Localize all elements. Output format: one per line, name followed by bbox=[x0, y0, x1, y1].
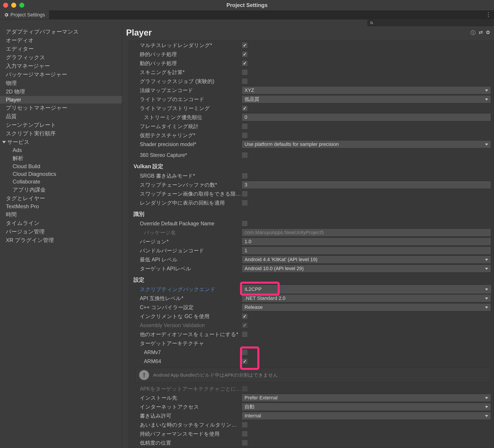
search-input[interactable] bbox=[368, 20, 494, 26]
tab-project-settings[interactable]: Project Settings bbox=[0, 10, 49, 19]
scripting-backend-dropdown[interactable]: IL2CPP bbox=[242, 285, 491, 293]
search-icon bbox=[370, 21, 373, 25]
toolbar bbox=[0, 19, 494, 26]
multithreaded-checkbox[interactable] bbox=[242, 42, 248, 48]
svg-line-1 bbox=[372, 24, 373, 24]
sidebar-item-versioncontrol[interactable]: バージョン管理 bbox=[0, 227, 122, 236]
page-title: Player bbox=[126, 28, 470, 37]
swapchain-buffers-field[interactable]: 3 bbox=[242, 181, 491, 189]
streaming-priority-field[interactable]: 0 bbox=[242, 113, 491, 121]
compute-skinning-checkbox[interactable] bbox=[242, 69, 248, 75]
minapi-dropdown[interactable]: Android 4.4 'KitKat' (API level 19) bbox=[242, 255, 491, 264]
lowacc-checkbox[interactable] bbox=[242, 440, 248, 446]
pkgname-field: com.MaruyuApps.NewUnityProject5 bbox=[242, 229, 491, 237]
sidebar-item-player[interactable]: Player bbox=[0, 96, 122, 104]
stereo360-checkbox[interactable] bbox=[242, 152, 248, 158]
shaderprecision-label: Shader precision model* bbox=[134, 141, 242, 147]
sidebar-item-scriptorder[interactable]: スクリプト実行順序 bbox=[0, 129, 122, 138]
sidebar-item-tmp[interactable]: TextMesh Pro bbox=[0, 203, 122, 210]
appbundle-info: ! Android App Bundleのビルド中はAPKの分割はできません bbox=[135, 368, 491, 383]
sidebar-item-timeline[interactable]: タイムライン bbox=[0, 219, 122, 227]
cppcompiler-dropdown[interactable]: Release bbox=[242, 303, 491, 311]
bundlecode-label: バンドルバージョンコード bbox=[134, 247, 242, 254]
graphics-jobs-checkbox[interactable] bbox=[242, 78, 248, 85]
window-title: Project Settings bbox=[226, 2, 268, 8]
sidebar: アダプティブパフォーマンス オーディオ エディター グラフィックス 入力マネージ… bbox=[0, 26, 122, 448]
assembly-validation-label: Assembly Version Validation bbox=[134, 322, 242, 328]
splitapks-checkbox bbox=[242, 386, 248, 392]
stereo360-label: 360 Stereo Capture* bbox=[134, 152, 242, 158]
arm64-checkbox[interactable] bbox=[242, 358, 248, 364]
bundlecode-field[interactable]: 1 bbox=[242, 246, 491, 254]
version-field[interactable]: 1.0 bbox=[242, 238, 491, 246]
close-icon[interactable] bbox=[3, 3, 8, 8]
settings-panel[interactable]: マルチスレッドレンダリング* 静的バッチ処理 動的バッチ処理 スキニングを計算*… bbox=[129, 40, 494, 448]
sidebar-item-clouddiag[interactable]: Cloud Diagnostics bbox=[0, 170, 122, 178]
sidebar-item-ads[interactable]: Ads bbox=[0, 146, 122, 154]
muteother-checkbox[interactable] bbox=[242, 331, 248, 338]
streaming-priority-label: ストリーミング優先順位 bbox=[134, 114, 242, 121]
info-icon: ! bbox=[139, 370, 149, 380]
filtertouch-label: あいまいな時のタッチをフィルタリングする bbox=[134, 422, 242, 428]
filtertouch-checkbox[interactable] bbox=[242, 422, 248, 428]
rendering-rotation-label: レンダリング中に表示の回転を適用 bbox=[134, 199, 242, 206]
srgb-checkbox[interactable] bbox=[242, 173, 248, 179]
tabbar: Project Settings ⋮ bbox=[0, 10, 494, 19]
swapchain-acquire-checkbox[interactable] bbox=[242, 191, 248, 197]
preset-icon[interactable]: ⇄ bbox=[479, 29, 483, 36]
override-pkg-label: Override Default Package Name bbox=[134, 221, 242, 227]
static-batching-checkbox[interactable] bbox=[242, 51, 248, 57]
targetapi-dropdown[interactable]: Android 10.0 (API level 29) bbox=[242, 265, 491, 273]
override-pkg-checkbox[interactable] bbox=[242, 220, 248, 227]
rendering-rotation-checkbox[interactable] bbox=[242, 200, 248, 206]
install-dropdown[interactable]: Prefer External bbox=[242, 394, 491, 402]
lightmap-streaming-checkbox[interactable] bbox=[242, 105, 248, 111]
targetarch-label: ターゲットアーキテクチャ bbox=[134, 340, 242, 347]
sidebar-item-time[interactable]: 時間 bbox=[0, 210, 122, 219]
dynamic-batching-checkbox[interactable] bbox=[242, 60, 248, 66]
sidebar-item-xr[interactable]: XR プラグイン管理 bbox=[0, 236, 122, 244]
muteother-label: 他のオーディオソースをミュートにする* bbox=[134, 331, 242, 338]
lightmap-label: ライトマップのエンコード bbox=[134, 96, 242, 103]
gear-icon bbox=[4, 12, 9, 17]
tab-menu-icon[interactable]: ⋮ bbox=[483, 10, 494, 19]
vulkan-section-title: Vulkan 設定 bbox=[134, 160, 493, 171]
sidebar-item-quality[interactable]: 品質 bbox=[0, 112, 122, 121]
maximize-icon[interactable] bbox=[19, 3, 24, 8]
armv7-checkbox[interactable] bbox=[242, 349, 248, 355]
settings-icon[interactable]: ✿ bbox=[486, 29, 490, 36]
lightmap-dropdown[interactable]: 低品質 bbox=[242, 95, 491, 103]
sidebar-item-scenetemplate[interactable]: シーンテンプレート bbox=[0, 121, 122, 129]
incrementalgc-checkbox[interactable] bbox=[242, 313, 248, 319]
sidebar-item-preset[interactable]: プリセットマネージャー bbox=[0, 104, 122, 112]
sidebar-item-adaptive[interactable]: アダプティブパフォーマンス bbox=[0, 27, 122, 36]
sidebar-item-package[interactable]: パッケージマネージャー bbox=[0, 70, 122, 79]
help-icon[interactable]: ⓘ bbox=[470, 29, 476, 36]
writeperm-dropdown[interactable]: Internal bbox=[242, 412, 491, 420]
sidebar-item-audio[interactable]: オーディオ bbox=[0, 36, 122, 45]
assembly-validation-checkbox bbox=[242, 322, 248, 328]
sidebar-item-cloudbuild[interactable]: Cloud Build bbox=[0, 163, 122, 170]
normalmap-dropdown[interactable]: XYZ bbox=[242, 86, 491, 94]
sidebar-item-graphics[interactable]: グラフィックス bbox=[0, 53, 122, 62]
writeperm-label: 書き込み許可 bbox=[134, 412, 242, 419]
internet-dropdown[interactable]: 自動 bbox=[242, 403, 491, 411]
cppcompiler-label: C++ コンパイラー設定 bbox=[134, 304, 242, 311]
shaderprecision-dropdown[interactable]: Use platform defaults for sampler precis… bbox=[242, 140, 491, 148]
apicompat-dropdown[interactable]: .NET Standard 2.0 bbox=[242, 294, 491, 302]
sustainedperf-checkbox[interactable] bbox=[242, 431, 248, 437]
virtualtex-checkbox[interactable] bbox=[242, 132, 248, 138]
sidebar-item-physics2d[interactable]: 2D 物理 bbox=[0, 87, 122, 96]
sidebar-item-physics[interactable]: 物理 bbox=[0, 79, 122, 87]
sidebar-item-editor[interactable]: エディター bbox=[0, 45, 122, 53]
sidebar-item-input[interactable]: 入力マネージャー bbox=[0, 62, 122, 70]
splitapks-label: APKをターゲットアーキテクチャごとに分割 bbox=[134, 385, 242, 392]
minimize-icon[interactable] bbox=[11, 3, 16, 8]
frametiming-checkbox[interactable] bbox=[242, 123, 248, 129]
sustainedperf-label: 持続パフォーマンスモードを使用 bbox=[134, 430, 242, 437]
sidebar-item-iap[interactable]: アプリ内課金 bbox=[0, 185, 122, 194]
sidebar-item-analytics[interactable]: 解析 bbox=[0, 154, 122, 163]
sidebar-item-tags[interactable]: タグとレイヤー bbox=[0, 194, 122, 203]
sidebar-item-collaborate[interactable]: Collaborate bbox=[0, 178, 122, 185]
sidebar-item-services[interactable]: サービス bbox=[0, 138, 122, 146]
